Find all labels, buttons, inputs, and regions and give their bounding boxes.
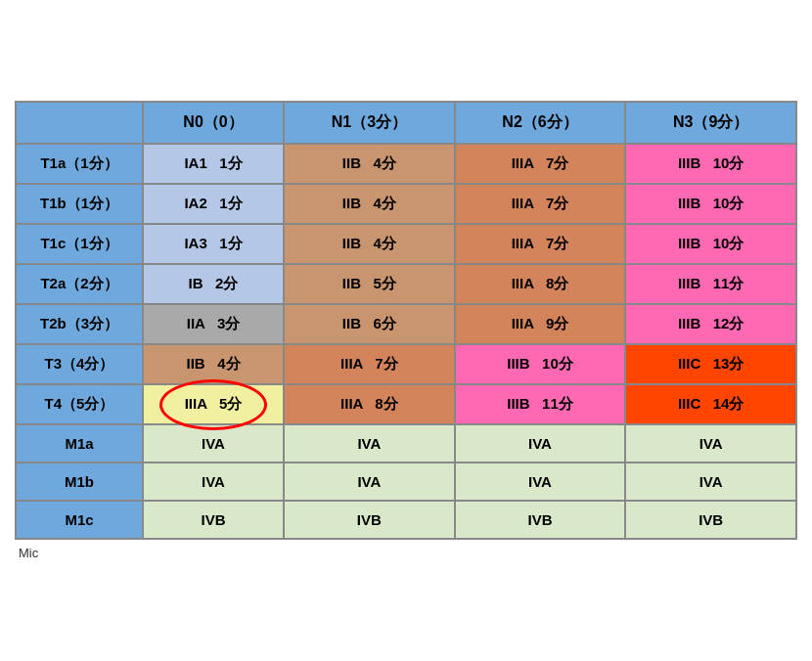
cell-t1b-n1: IIB 4分 [284,184,455,224]
row-label-t2a: T2a（2分） [16,264,143,304]
table-row: T1c（1分） IA3 1分 IIB 4分 IIIA 7分 IIIB 10分 [16,224,796,264]
row-label-t1c: T1c（1分） [16,224,143,264]
cell-t2b-n2: IIIA 9分 [455,304,626,344]
cell-t2b-n0: IIA 3分 [143,304,284,344]
table-row: T3（4分） IIB 4分 IIIA 7分 IIIB 10分 IIIC 13分 [16,344,796,384]
row-label-t1b: T1b（1分） [16,184,143,224]
table-row: T2a（2分） IB 2分 IIB 5分 IIIA 8分 IIIB 11分 [16,264,796,304]
row-label-t3: T3（4分） [16,344,143,384]
table-row: M1b IVA IVA IVA IVA [16,463,796,501]
header-empty [16,102,143,144]
cell-t4-n0: IIIA 5分 [143,384,284,424]
cell-t1a-n1: IIB 4分 [284,144,455,184]
cell-t2a-n2: IIIA 8分 [455,264,626,304]
cell-m1b-n1: IVA [284,463,455,501]
cell-t3-n3: IIIC 13分 [625,344,796,384]
table-row: M1c IVB IVB IVB IVB [16,501,796,539]
cell-t1c-n3: IIIB 10分 [625,224,796,264]
cell-m1a-n2: IVA [455,424,626,463]
cell-t2a-n3: IIIB 11分 [625,264,796,304]
row-label-t1a: T1a（1分） [16,144,143,184]
cell-t1a-n0: IA1 1分 [143,144,284,184]
cell-t1a-n2: IIIA 7分 [455,144,626,184]
footer-text: Mic [15,546,797,560]
cell-t1c-n2: IIIA 7分 [455,224,626,264]
header-n3: N3（9分） [625,102,796,144]
cell-t1a-n3: IIIB 10分 [625,144,796,184]
circle-highlight [159,379,267,430]
cell-t3-n1: IIIA 7分 [284,344,455,384]
cell-t4-n1: IIIA 8分 [284,384,455,424]
cell-m1c-n1: IVB [284,501,455,539]
table-row: T2b（3分） IIA 3分 IIB 6分 IIIA 9分 IIIB 12分 [16,304,796,344]
table-row: M1a IVA IVA IVA IVA [16,424,796,463]
header-n1: N1（3分） [284,102,455,144]
table-row: T1b（1分） IA2 1分 IIB 4分 IIIA 7分 IIIB 10分 [16,184,796,224]
table-row: T4（5分） IIIA 5分 IIIA 8分 IIIB 11分 IIIC 14分 [16,384,796,424]
table-row: T1a（1分） IA1 1分 IIB 4分 IIIA 7分 IIIB 10分 [16,144,796,184]
row-label-t4: T4（5分） [16,384,143,424]
cell-m1b-n0: IVA [143,463,284,501]
cell-m1a-n3: IVA [625,424,796,463]
row-label-m1b: M1b [16,463,143,501]
cell-t2b-n3: IIIB 12分 [625,304,796,344]
row-label-t2b: T2b（3分） [16,304,143,344]
header-n2: N2（6分） [455,102,626,144]
row-label-m1a: M1a [16,424,143,463]
cell-t1b-n0: IA2 1分 [143,184,284,224]
cell-t1c-n0: IA3 1分 [143,224,284,264]
cell-m1a-n1: IVA [284,424,455,463]
header-n0: N0（0） [143,102,284,144]
cell-m1a-n0: IVA [143,424,284,463]
cell-t2a-n0: IB 2分 [143,264,284,304]
cell-m1c-n0: IVB [143,501,284,539]
cell-t2b-n1: IIB 6分 [284,304,455,344]
main-container: N0（0） N1（3分） N2（6分） N3（9分） T1a（1分） IA1 1… [5,91,807,570]
cell-t4-n2: IIIB 11分 [455,384,626,424]
cell-t3-n0: IIB 4分 [143,344,284,384]
cell-t4-n3: IIIC 14分 [625,384,796,424]
cell-m1c-n2: IVB [455,501,626,539]
row-label-m1c: M1c [16,501,143,539]
cell-t2a-n1: IIB 5分 [284,264,455,304]
staging-table: N0（0） N1（3分） N2（6分） N3（9分） T1a（1分） IA1 1… [15,101,797,540]
cell-t1b-n3: IIIB 10分 [625,184,796,224]
cell-m1b-n3: IVA [625,463,796,501]
cell-m1c-n3: IVB [625,501,796,539]
cell-m1b-n2: IVA [455,463,626,501]
cell-t1b-n2: IIIA 7分 [455,184,626,224]
cell-t3-n2: IIIB 10分 [455,344,626,384]
cell-t1c-n1: IIB 4分 [284,224,455,264]
